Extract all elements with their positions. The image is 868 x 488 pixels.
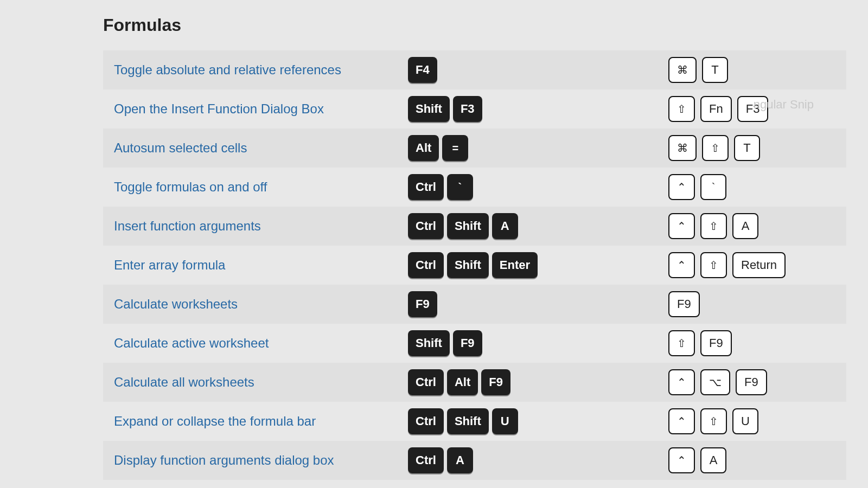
shortcut-row: Enter array formulaCtrlShiftEnter⌃⇧Retur… (103, 246, 846, 285)
key-dark: U (492, 408, 518, 434)
windows-keys: Ctrl` (408, 174, 668, 200)
key-dark: Shift (408, 330, 450, 356)
shortcut-link[interactable]: Insert function arguments (114, 219, 261, 233)
shortcut-link[interactable]: Autosum selected cells (114, 140, 247, 155)
shortcut-link[interactable]: Calculate worksheets (114, 297, 238, 311)
key-light: ⇧ (700, 252, 727, 278)
key-light: ⇧ (700, 408, 727, 434)
mac-keys: ⌃⇧U (668, 408, 837, 434)
key-dark: Shift (447, 252, 489, 278)
key-light: F9 (736, 369, 767, 395)
key-dark: F9 (453, 330, 482, 356)
key-dark: Shift (447, 213, 489, 239)
key-light: ⌘ (668, 57, 697, 83)
windows-keys: CtrlShiftA (408, 213, 668, 239)
key-light: F3 (737, 96, 769, 122)
shortcut-link[interactable]: Enter array formula (114, 258, 225, 272)
windows-keys: ShiftF9 (408, 330, 668, 356)
key-light: U (732, 408, 758, 434)
shortcut-row: Toggle formulas on and offCtrl`⌃` (103, 168, 846, 207)
key-dark: Alt (447, 369, 478, 395)
key-light: Return (732, 252, 786, 278)
mac-keys: ⌃` (668, 174, 837, 200)
windows-keys: Alt= (408, 135, 668, 161)
mac-keys: F9 (668, 291, 837, 317)
shortcut-link[interactable]: Toggle absolute and relative references (114, 62, 341, 77)
key-light: ⌃ (668, 369, 695, 395)
shortcut-row: Calculate active worksheetShiftF9⇧F9 (103, 324, 846, 363)
key-light: ` (700, 174, 726, 200)
shortcut-link[interactable]: Calculate active worksheet (114, 336, 269, 350)
windows-keys: CtrlShiftEnter (408, 252, 668, 278)
shortcut-row: Insert function argumentsCtrlShiftA⌃⇧A (103, 207, 846, 246)
windows-keys: F9 (408, 291, 668, 317)
key-light: Fn (700, 96, 732, 122)
windows-keys: CtrlAltF9 (408, 369, 668, 395)
key-light: ⇧ (668, 96, 695, 122)
key-light: F9 (668, 291, 700, 317)
key-light: ⌃ (668, 174, 695, 200)
shortcut-row: Expand or collapse the formula barCtrlSh… (103, 402, 846, 441)
key-light: ⌃ (668, 408, 695, 434)
key-dark: F3 (453, 96, 482, 122)
key-light: T (702, 57, 728, 83)
shortcut-row: Calculate worksheetsF9F9 (103, 285, 846, 324)
key-light: ⌃ (668, 213, 695, 239)
mac-keys: ⌃⌥F9 (668, 369, 837, 395)
mac-keys: ⌃A (668, 447, 837, 473)
key-light: A (732, 213, 758, 239)
mac-keys: ⌃⇧Return (668, 252, 837, 278)
key-light: ⇧ (702, 135, 729, 161)
mac-keys: ⌘⇧T (668, 135, 837, 161)
shortcut-link[interactable]: Display function arguments dialog box (114, 453, 334, 467)
key-light: T (734, 135, 760, 161)
windows-keys: F4 (408, 57, 668, 83)
mac-keys: ⇧FnF3 (668, 96, 837, 122)
windows-keys: ShiftF3 (408, 96, 668, 122)
key-dark: Alt (408, 135, 439, 161)
key-light: ⌃ (668, 447, 695, 473)
shortcut-table: ngular Snip Toggle absolute and relative… (103, 50, 846, 480)
shortcut-link[interactable]: Calculate all worksheets (114, 375, 254, 389)
key-light: ⌥ (700, 369, 730, 395)
mac-keys: ⌃⇧A (668, 213, 837, 239)
section-title: Formulas (103, 15, 846, 35)
shortcut-link[interactable]: Expand or collapse the formula bar (114, 414, 316, 428)
windows-keys: CtrlShiftU (408, 408, 668, 434)
key-dark: Shift (408, 96, 450, 122)
mac-keys: ⇧F9 (668, 330, 837, 356)
key-dark: = (442, 135, 468, 161)
shortcut-row: Display function arguments dialog boxCtr… (103, 441, 846, 480)
key-dark: F4 (408, 57, 437, 83)
key-dark: Ctrl (408, 447, 444, 473)
key-dark: ` (447, 174, 473, 200)
key-dark: Ctrl (408, 369, 444, 395)
key-dark: Ctrl (408, 252, 444, 278)
key-dark: Ctrl (408, 408, 444, 434)
shortcut-row: Calculate all worksheetsCtrlAltF9⌃⌥F9 (103, 363, 846, 402)
key-light: ⌃ (668, 252, 695, 278)
key-dark: A (447, 447, 473, 473)
shortcut-row: Toggle absolute and relative referencesF… (103, 50, 846, 89)
key-dark: F9 (408, 291, 437, 317)
key-light: F9 (700, 330, 732, 356)
shortcut-link[interactable]: Toggle formulas on and off (114, 179, 267, 194)
windows-keys: CtrlA (408, 447, 668, 473)
key-dark: A (492, 213, 518, 239)
key-light: A (700, 447, 726, 473)
mac-keys: ⌘T (668, 57, 837, 83)
shortcut-link[interactable]: Open the Insert Function Dialog Box (114, 101, 324, 116)
key-dark: Enter (492, 252, 538, 278)
key-dark: Ctrl (408, 213, 444, 239)
shortcut-row: Open the Insert Function Dialog BoxShift… (103, 89, 846, 129)
key-light: ⇧ (700, 213, 727, 239)
key-light: ⌘ (668, 135, 697, 161)
key-dark: Ctrl (408, 174, 444, 200)
shortcut-row: Autosum selected cellsAlt=⌘⇧T (103, 129, 846, 168)
key-light: ⇧ (668, 330, 695, 356)
key-dark: Shift (447, 408, 489, 434)
key-dark: F9 (481, 369, 510, 395)
